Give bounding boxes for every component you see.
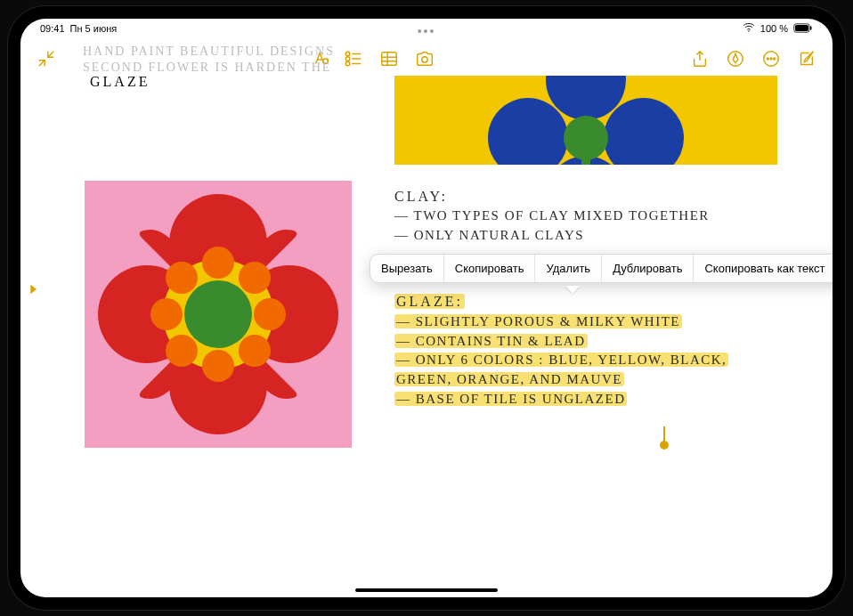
clay-line-1: — TWO TYPES OF CLAY MIXED TOGETHER — [394, 207, 710, 226]
home-indicator[interactable] — [355, 588, 498, 592]
svg-point-13 — [774, 58, 776, 60]
faded-line-1: HAND PAINT BEAUTIFUL DESIGNS — [83, 44, 405, 60]
glaze-line-4: — BASE OF TILE IS UNGLAZED — [394, 392, 627, 406]
svg-point-11 — [767, 58, 768, 60]
wifi-icon — [743, 21, 755, 36]
more-icon[interactable] — [761, 49, 781, 69]
svg-point-0 — [748, 30, 750, 32]
red-flower-drawing[interactable] — [85, 181, 352, 448]
handwriting-clay[interactable]: CLAY: — TWO TYPES OF CLAY MIXED TOGETHER… — [394, 186, 710, 246]
glaze-line-1: — SLIGHTLY POROUS & MILKY WHITE — [394, 314, 682, 328]
svg-point-12 — [770, 58, 772, 60]
screen: ••• 09:41 Пн 5 июня 100 % — [20, 19, 833, 597]
collapse-icon[interactable] — [37, 49, 56, 69]
svg-point-23 — [166, 262, 198, 294]
side-handle-icon[interactable] — [26, 282, 40, 300]
status-date: Пн 5 июня — [70, 23, 118, 34]
svg-point-21 — [150, 298, 183, 330]
svg-point-27 — [184, 280, 252, 348]
camera-icon[interactable] — [415, 49, 435, 69]
svg-point-26 — [239, 335, 271, 367]
glaze-line-2: — CONTAINS TIN & LEAD — [394, 334, 588, 348]
faded-background-text: HAND PAINT BEAUTIFUL DESIGNS SECOND FLOW… — [83, 44, 405, 76]
context-menu-delete[interactable]: Удалить — [535, 255, 602, 282]
battery-icon — [793, 23, 813, 35]
share-icon[interactable] — [690, 49, 710, 69]
context-menu-duplicate[interactable]: Дублировать — [602, 255, 694, 282]
svg-point-22 — [254, 298, 286, 330]
glaze-title: GLAZE: — [394, 294, 465, 309]
glaze-line-3b: GREEN, ORANGE, AND MAUVE — [394, 372, 624, 386]
glaze-line-3: — ONLY 6 COLORS : BLUE, YELLOW, BLACK, — [394, 353, 728, 367]
selection-handle[interactable] — [660, 426, 669, 448]
status-battery: 100 % — [760, 23, 788, 34]
clay-line-2: — ONLY NATURAL CLAYS — [394, 226, 710, 246]
status-bar: 09:41 Пн 5 июня 100 % — [20, 19, 833, 38]
compose-icon[interactable] — [797, 49, 816, 69]
svg-rect-3 — [810, 26, 812, 30]
svg-point-25 — [166, 335, 198, 367]
context-menu-pointer — [565, 286, 580, 294]
handwriting-glaze-selected[interactable]: GLAZE: — SLIGHTLY POROUS & MILKY WHITE —… — [394, 291, 728, 409]
ipad-frame: ••• 09:41 Пн 5 июня 100 % — [8, 6, 845, 610]
svg-point-20 — [202, 350, 234, 382]
blue-flower-drawing[interactable] — [394, 76, 777, 165]
context-menu: Вырезать Скопировать Удалить Дублировать… — [370, 254, 833, 283]
svg-point-24 — [239, 262, 271, 294]
svg-point-19 — [202, 247, 234, 279]
markup-icon[interactable] — [726, 49, 745, 69]
context-menu-copy[interactable]: Скопировать — [444, 255, 536, 282]
context-menu-copy-as-text[interactable]: Скопировать как текст — [694, 255, 833, 282]
clay-title: CLAY: — [394, 186, 710, 207]
context-menu-cut[interactable]: Вырезать — [370, 255, 444, 282]
status-time: 09:41 — [40, 23, 65, 34]
svg-point-8 — [422, 57, 427, 62]
svg-rect-2 — [795, 24, 808, 30]
glaze-word: GLAZE — [90, 74, 150, 90]
